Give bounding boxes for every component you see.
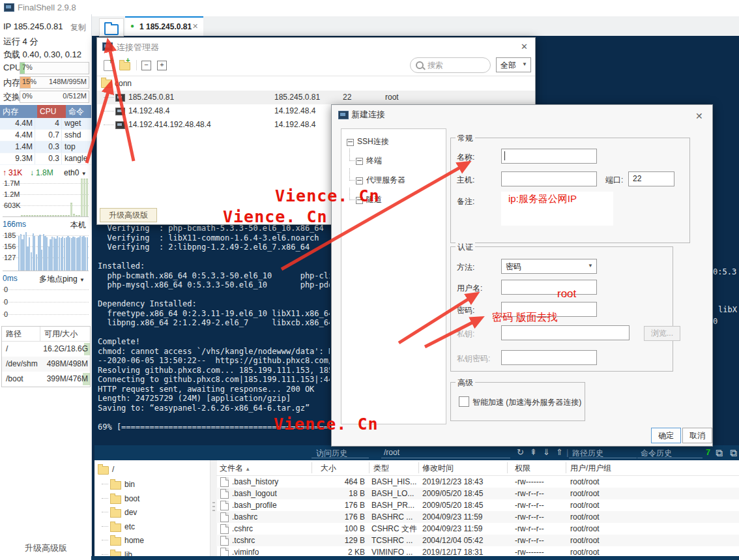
col-cmd[interactable]: 命令 [66,105,91,118]
tree-expander-icon[interactable] [356,158,363,165]
file-row[interactable]: .tcshrc129 BTCSHRC ...2004/12/04 05:42-r… [216,535,739,546]
general-legend: 常规 [456,133,475,144]
port-input[interactable]: 22 [628,171,674,186]
col-mem[interactable]: 内存 [0,105,37,118]
mem-meter: 15% 148M/995M [20,76,89,89]
terminal-output[interactable]: Verifying : php-bcmath-5.3.3-50.el6_10.x… [98,224,330,439]
tab-status-dot: ● [130,22,134,29]
col-separator [566,462,566,473]
col-cpu[interactable]: CPU [37,105,66,118]
process-row[interactable]: 1.4M0.3top [0,141,91,153]
expand-all-icon[interactable]: + [157,61,167,70]
fs-tree-item[interactable]: dev [94,505,210,519]
fs-tree-item[interactable]: home [94,533,210,547]
export-icon[interactable]: ⇞ [530,447,537,457]
net-up-icon: ↑ [3,168,7,177]
filter-dropdown[interactable]: 全部 ▼ [496,57,531,72]
dialog-icon [102,42,113,51]
net-iface: eth0 [64,168,79,177]
disk-col-size[interactable]: 可用/大小 [40,327,90,341]
conn-host: 185.245.0.81 [274,93,320,102]
transfer-count-badge[interactable]: 7 [706,447,710,457]
connmgr-title: 连接管理器 [117,42,159,53]
header-owner[interactable]: 用户/用户组 [570,463,611,474]
fs-tree-root[interactable]: / [94,463,210,476]
mping-value: 0ms [3,274,18,283]
paste-icon[interactable]: ⧉ [730,447,737,459]
method-dropdown[interactable]: 密码 ▼ [501,259,597,274]
header-size[interactable]: 大小 [321,463,336,474]
host-monitor-screen [117,96,122,98]
disk-row[interactable]: /dev/shm498M/498M [2,357,90,372]
privatekey-label: 私钥: [457,329,474,340]
tree-item-0[interactable]: 终端 [366,155,382,166]
terminal-line: chmod: cannot access `/vhs/kangle/nodeww… [98,347,330,357]
conn-folder-row[interactable]: conn [97,77,535,91]
tab-active[interactable]: ● 1 185.245.0.81 ✕ [125,16,203,36]
browse-button[interactable]: 浏览... [644,326,680,341]
file-row[interactable]: .cshrc100 BCSHRC 文件2004/09/23 11:59-rw-r… [216,523,739,535]
folder-icon [110,523,121,532]
close-icon[interactable]: ✕ [695,111,703,121]
folder-icon [98,466,109,475]
header-perm[interactable]: 权限 [515,463,530,474]
root-annotation: root [557,287,576,301]
upload-icon[interactable]: ⇑ [556,447,563,457]
accel-checkbox[interactable] [459,396,469,407]
file-row[interactable]: .bashrc176 BBASHRC ...2004/09/23 11:59-r… [216,511,739,523]
file-row[interactable]: .bash_logout18 BBASH_LO...2009/05/20 18:… [216,488,739,499]
file-row[interactable]: .bash_history464 BBASH_HIS...2019/12/23 … [216,476,739,488]
net-bar [50,215,51,216]
terminal-line: freetype.x86_64 0:2.3.11-19.el6_10 libX1… [98,309,330,319]
sidebar-upgrade-link[interactable]: 升级高级版 [25,542,67,554]
header-mtime[interactable]: 修改时间 [422,463,454,474]
fs-tree-item[interactable]: etc [94,520,210,533]
mem-label: 内存 [3,77,20,89]
connmgr-upgrade-button[interactable]: 升级高级版 [100,208,157,222]
tree-item-ssh[interactable]: SSH连接 [357,136,389,147]
header-filename[interactable]: 文件名 ▲ [220,463,250,474]
disk-row[interactable]: /16.2G/18.6G [2,342,90,357]
tree-expander-icon[interactable] [356,177,363,184]
collapse-all-icon[interactable]: − [141,61,151,70]
privatekey-input[interactable] [501,325,630,340]
process-row[interactable]: 9.3M0.3kangle [0,153,91,165]
copy-ip-button[interactable]: 复制 [70,22,86,33]
disk-row[interactable]: /boot399M/476M [2,372,90,387]
tree-item-1[interactable]: 代理服务器 [366,175,405,186]
ok-button[interactable]: 确定 [651,428,681,443]
cancel-button[interactable]: 取消 [682,428,712,443]
process-table-header[interactable]: 内存 CPU 命令 [0,105,91,118]
tab-close-icon[interactable]: ✕ [192,22,198,31]
net-bar [57,215,59,216]
filter-value: 全部 [500,60,516,71]
process-row[interactable]: 4.4M0.7sshd [0,130,91,141]
tree-expander-icon[interactable] [347,139,354,146]
terminal-line: Saving to: “easypanel-2.6.26-x86_64-6.ta… [98,404,330,413]
terminal-line [98,290,330,300]
fs-tree-item[interactable]: bin [94,477,210,491]
name-input[interactable] [501,149,597,164]
fs-tree-item[interactable]: boot [94,492,210,505]
net-iface-select[interactable]: eth0 ▼ [64,168,87,177]
disk-size: 399M/476M [37,372,90,387]
ping-tick: 127 [4,254,16,261]
header-type[interactable]: 类型 [373,463,389,474]
mping-select[interactable]: 多地点ping ▼ [39,274,85,285]
toolbar-separator [136,60,137,70]
search-input[interactable]: 搜索 [410,57,491,73]
disk-col-path[interactable]: 路径 [2,327,40,341]
host-input[interactable] [501,171,597,186]
tab-label: 1 185.245.0.81 [139,22,192,31]
connection-row[interactable]: 185.245.0.81185.245.0.8122root [97,91,535,104]
refresh-icon[interactable]: ↻ [517,447,524,457]
port-value: 22 [633,174,641,183]
username-input[interactable] [501,280,597,295]
process-row[interactable]: 4.4M4wget [0,118,91,130]
open-folder-button[interactable] [99,18,124,37]
download-icon[interactable]: ⇓ [543,447,550,457]
close-icon[interactable]: ✕ [521,42,528,52]
copy-icon[interactable]: ⧉ [716,447,723,459]
keypass-input[interactable] [501,350,597,365]
file-row[interactable]: .bash_profile176 BBASH_PR...2009/05/20 1… [216,499,739,511]
